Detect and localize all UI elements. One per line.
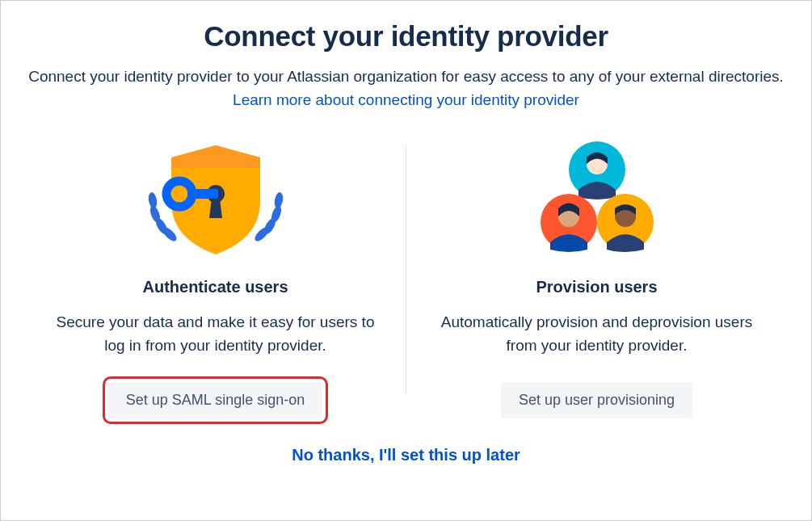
provision-title: Provision users xyxy=(536,278,657,296)
user-avatars-icon xyxy=(520,137,674,258)
svg-point-2 xyxy=(147,191,158,208)
connect-idp-panel: Connect your identity provider Connect y… xyxy=(17,20,795,504)
subtitle-text: Connect your identity provider to your A… xyxy=(28,68,784,85)
shield-key-icon xyxy=(139,137,292,258)
learn-more-link[interactable]: Learn more about connecting your identit… xyxy=(233,91,579,108)
svg-rect-13 xyxy=(187,189,218,199)
svg-point-8 xyxy=(201,158,205,162)
authenticate-title: Authenticate users xyxy=(142,278,288,296)
provision-description: Automatically provision and deprovision … xyxy=(431,311,763,358)
options-row: Authenticate users Secure your data and … xyxy=(17,137,795,418)
skip-link[interactable]: No thanks, I'll set this up later xyxy=(292,446,520,464)
authenticate-description: Secure your data and make it easy for us… xyxy=(49,311,381,358)
svg-point-9 xyxy=(213,156,217,160)
svg-point-10 xyxy=(225,158,229,162)
provision-card: Provision users Automatically provision … xyxy=(406,137,787,418)
svg-point-6 xyxy=(273,191,284,208)
setup-provisioning-button[interactable]: Set up user provisioning xyxy=(501,382,692,418)
authenticate-card: Authenticate users Secure your data and … xyxy=(25,137,406,418)
page-subtitle: Connect your identity provider to your A… xyxy=(19,65,794,111)
setup-saml-button[interactable]: Set up SAML single sign-on xyxy=(108,382,322,418)
page-title: Connect your identity provider xyxy=(204,20,608,53)
